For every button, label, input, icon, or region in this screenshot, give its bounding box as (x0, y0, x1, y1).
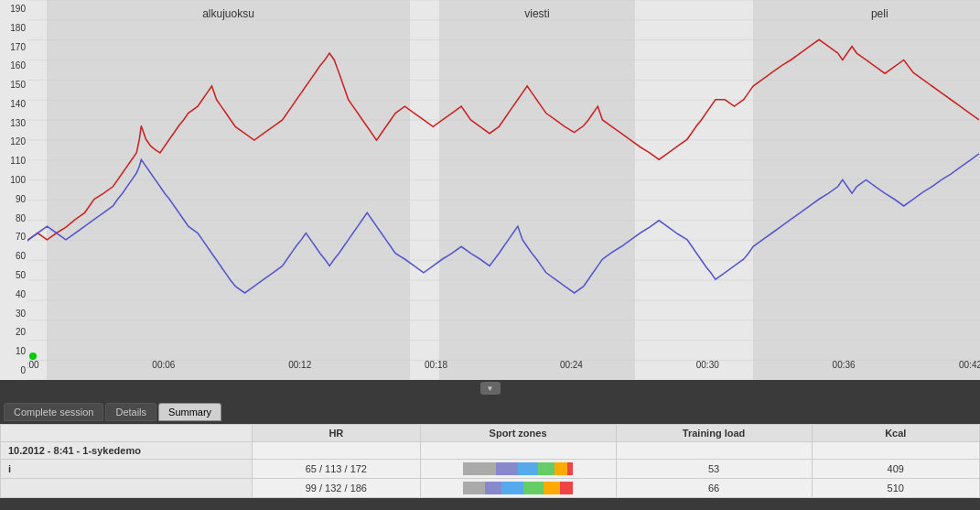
col-header-hr: HR (253, 425, 420, 442)
row2-name: i (1, 460, 253, 479)
row1-name: 10.2012 - 8:41 - 1-sykedemo (1, 442, 253, 460)
row2-hr: 65 / 113 / 172 (253, 460, 420, 479)
y-axis: 190 180 170 160 150 140 130 120 110 100 … (0, 0, 27, 380)
tab-complete-session[interactable]: Complete session (4, 403, 103, 421)
pace-line-blue (0, 154, 979, 293)
row3-zones (420, 479, 616, 498)
row1-load (616, 442, 812, 460)
row2-zones (420, 460, 616, 479)
chart-area: 190 180 170 160 150 140 130 120 110 100 … (0, 0, 980, 380)
table-row: 99 / 132 / 186 66 510 (1, 479, 980, 498)
col-header-zones: Sport zones (420, 425, 616, 442)
row1-hr (253, 442, 420, 460)
zones-bar-2 (463, 482, 573, 494)
row1-zones (420, 442, 616, 460)
row3-hr: 99 / 132 / 186 (253, 479, 420, 498)
bottom-panel: ▼ Complete session Details Summary HR Sp… (0, 380, 980, 498)
col-header-name (1, 425, 253, 442)
row3-name (1, 479, 253, 498)
tab-summary[interactable]: Summary (158, 403, 221, 421)
tabs-bar: Complete session Details Summary (0, 396, 980, 424)
tab-details[interactable]: Details (105, 403, 156, 421)
start-marker (29, 353, 37, 360)
row2-load: 53 (616, 460, 812, 479)
chart-svg (0, 0, 980, 380)
row3-load: 66 (616, 479, 812, 498)
row3-kcal: 510 (812, 479, 979, 498)
table-row: i 65 / 113 / 172 53 409 (1, 460, 980, 479)
row1-kcal (812, 442, 979, 460)
zones-bar-1 (463, 462, 573, 475)
x-axis: 00:00 00:06 00:12 00:18 00:24 00:30 00:3… (27, 360, 980, 380)
data-table: HR Sport zones Training load Kcal 10.201… (0, 424, 980, 498)
col-header-kcal: Kcal (812, 425, 979, 442)
row2-kcal: 409 (812, 460, 979, 479)
scroll-indicator[interactable]: ▼ (480, 382, 501, 395)
table-row: 10.2012 - 8:41 - 1-sykedemo (1, 442, 980, 460)
hr-line-red (0, 39, 979, 260)
col-header-load: Training load (616, 425, 812, 442)
